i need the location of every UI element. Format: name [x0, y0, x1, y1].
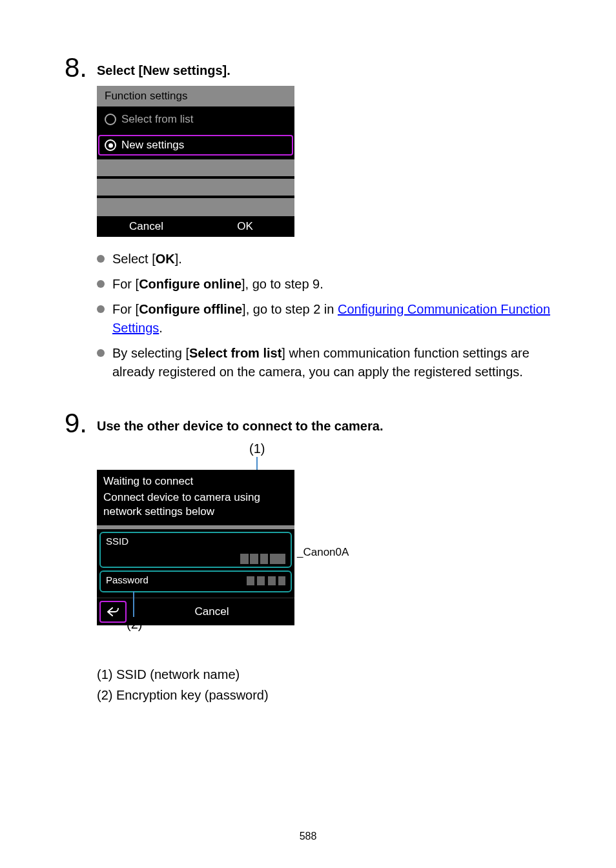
page-number: 588 — [0, 831, 616, 842]
txt: ], go to step 9. — [241, 277, 323, 291]
txt: ], go to step 2 in — [242, 302, 338, 316]
txt: Configure online — [139, 277, 241, 291]
bullet-icon — [97, 349, 105, 357]
step8-bullets: Select [OK]. For [Configure online], go … — [97, 250, 551, 381]
lcd2-wrap: (1) Waiting to connect Connect device to… — [97, 441, 329, 654]
cancel-button[interactable]: Cancel — [97, 216, 196, 237]
bullet-configure-offline: For [Configure offline], go to step 2 in… — [97, 300, 551, 338]
txt: For [ — [112, 302, 139, 316]
step-number-8: 8. — [65, 54, 97, 81]
lcd-waiting-to-connect: Waiting to connect Connect device to cam… — [97, 470, 294, 625]
callout-2-line — [133, 591, 134, 617]
callout-captions: (1) SSID (network name) (2) Encryption k… — [97, 664, 551, 705]
txt: Select [ — [112, 252, 156, 266]
txt: By selecting [ — [112, 346, 189, 360]
lcd1-spacer — [97, 177, 294, 196]
cancel-button-2[interactable]: Cancel — [129, 600, 294, 623]
radio-selected-icon — [105, 139, 116, 151]
step8-title-post: ]. — [223, 63, 231, 77]
lcd1-spacer — [97, 197, 294, 215]
callout-2-label: (2) — [127, 617, 142, 632]
txt: OK — [156, 252, 175, 266]
txt: . — [159, 321, 163, 335]
ok-button[interactable]: OK — [196, 216, 294, 237]
caption-2: (2) Encryption key (password) — [97, 685, 551, 705]
ssid-label: SSID — [106, 536, 285, 547]
radio-icon — [105, 114, 116, 125]
txt: Select from list — [189, 346, 282, 360]
back-arrow-icon — [107, 607, 119, 616]
bullet-icon — [97, 280, 105, 288]
ssid-value-suffix: _Canon0A — [297, 546, 349, 559]
lcd2-title: Waiting to connect — [97, 470, 294, 489]
lcd2-sub: Connect device to camera using network s… — [97, 489, 294, 525]
ssid-field[interactable]: SSID — [99, 532, 292, 568]
bullet-icon — [97, 305, 105, 313]
step8-title-pre: Select [ — [97, 63, 143, 77]
lcd1-item-select-from-list[interactable]: Select from list — [97, 106, 294, 132]
step-number-9: 9. — [65, 410, 97, 437]
txt: Configure offline — [139, 302, 242, 316]
txt: For [ — [112, 277, 139, 291]
lcd1-list: Select from list New settings — [97, 106, 294, 158]
lcd1-item-new-settings[interactable]: New settings — [97, 132, 294, 158]
lcd1-item0-label: Select from list — [121, 113, 193, 126]
ssid-redacted-icon — [240, 554, 285, 564]
caption-1: (1) SSID (network name) — [97, 664, 551, 685]
txt: ]. — [175, 252, 182, 266]
lcd-function-settings: Function settings Select from list New s… — [97, 86, 294, 237]
bullet-select-from-list: By selecting [Select from list] when com… — [97, 344, 551, 381]
bullet-configure-online: For [Configure online], go to step 9. — [97, 275, 551, 294]
step9-title: Use the other device to connect to the c… — [97, 419, 551, 434]
bullet-icon — [97, 255, 105, 263]
lcd1-title: Function settings — [97, 86, 294, 106]
step-9: 9. Use the other device to connect to th… — [65, 414, 551, 705]
lcd1-item1-label: New settings — [121, 139, 184, 152]
callout-1-label: (1) — [249, 441, 265, 456]
lcd1-footer: Cancel OK — [97, 215, 294, 237]
step-8: 8. Select [New settings]. Function setti… — [65, 58, 551, 388]
lcd1-spacer — [97, 158, 294, 176]
password-redacted-icon — [247, 576, 285, 585]
password-field[interactable]: Password — [99, 570, 292, 592]
step8-title: Select [New settings]. — [97, 63, 551, 78]
step8-title-bold: New settings — [143, 63, 222, 77]
bullet-select-ok: Select [OK]. — [97, 250, 551, 268]
back-button[interactable] — [99, 601, 127, 623]
